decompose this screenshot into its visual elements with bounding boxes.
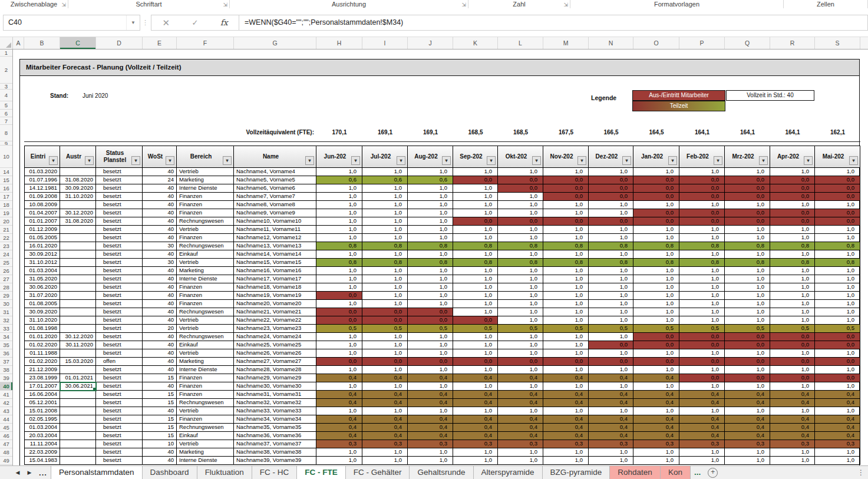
dialog-launcher-icon[interactable]: ⇲ [461, 2, 466, 8]
value-cell[interactable]: 1,0 [362, 250, 408, 259]
cell-bereich[interactable]: Finanzen [177, 300, 234, 308]
value-cell[interactable]: 1,0 [408, 457, 453, 465]
value-cell[interactable]: 0,0 [589, 184, 633, 193]
value-cell[interactable]: 0,4 [316, 415, 362, 424]
cell-eintritt[interactable]: 30.09.2020 [24, 308, 60, 316]
value-cell[interactable]: 1,0 [770, 316, 815, 325]
value-cell[interactable]: 0,8 [815, 259, 860, 267]
value-cell[interactable]: 0,3 [589, 440, 633, 448]
cell-name[interactable]: Nachname30, Vorname30 [234, 382, 316, 391]
column-filter-button[interactable]: ▾ [166, 156, 174, 165]
value-cell[interactable]: 0,0 [589, 341, 633, 349]
value-cell[interactable]: 0,4 [453, 391, 498, 399]
value-cell[interactable]: 0,0 [362, 308, 408, 316]
value-cell[interactable]: 0,4 [815, 415, 860, 424]
value-cell[interactable]: 1,0 [725, 349, 770, 358]
value-cell[interactable]: 1,0 [725, 316, 770, 325]
insert-function-icon[interactable]: fx [210, 15, 239, 30]
value-cell[interactable]: 1,0 [362, 382, 408, 391]
value-cell[interactable]: 1,0 [453, 300, 498, 308]
value-cell[interactable]: 0,8 [316, 242, 362, 250]
value-cell[interactable]: 1,0 [453, 308, 498, 316]
value-cell[interactable]: 1,0 [453, 193, 498, 201]
cell-eintritt[interactable]: 31.10.2020 [24, 316, 60, 325]
value-cell[interactable]: 1,0 [725, 457, 770, 465]
value-cell[interactable]: 0,0 [633, 217, 679, 226]
value-cell[interactable]: 1,0 [498, 407, 543, 415]
cell-austritt[interactable] [60, 415, 96, 424]
row-header-35[interactable]: 35 [0, 341, 12, 349]
value-cell[interactable]: 0,4 [815, 424, 860, 432]
cell-wost[interactable]: 40 [143, 407, 177, 415]
value-cell[interactable]: 0,0 [316, 358, 362, 366]
cell-wost[interactable]: 40 [143, 333, 177, 341]
cell-name[interactable]: Nachname23, Vorname23 [234, 325, 316, 333]
value-cell[interactable]: 1,0 [770, 168, 815, 176]
value-cell[interactable]: 1,0 [453, 341, 498, 349]
value-cell[interactable]: 1,0 [362, 448, 408, 457]
value-cell[interactable]: 1,0 [725, 382, 770, 391]
row-header-45[interactable]: 45 [0, 424, 12, 432]
value-cell[interactable]: 1,0 [679, 349, 725, 358]
value-cell[interactable]: 0,0 [453, 176, 498, 184]
value-cell[interactable]: 0,4 [408, 374, 453, 382]
value-cell[interactable]: 0,0 [453, 217, 498, 226]
cell-status[interactable]: besetzt [96, 168, 143, 176]
value-cell[interactable]: 1,0 [316, 184, 362, 193]
value-cell[interactable]: 1,0 [770, 349, 815, 358]
value-cell[interactable]: 1,0 [815, 308, 860, 316]
formula-bar-drag-handle[interactable]: ⋮ [140, 19, 151, 27]
value-cell[interactable]: 1,0 [408, 275, 453, 283]
value-cell[interactable]: 1,0 [316, 193, 362, 201]
value-cell[interactable]: 0,0 [679, 209, 725, 217]
value-cell[interactable]: 0,4 [589, 374, 633, 382]
row-header-27[interactable]: 27 [0, 275, 12, 283]
month-header-cell[interactable]: Mrz-202▾ [725, 146, 770, 168]
value-cell[interactable]: 0,6 [362, 176, 408, 184]
cell-austritt[interactable] [60, 283, 96, 292]
cell-name[interactable]: Nachname11, Vorname11 [234, 226, 316, 234]
value-cell[interactable]: 0,4 [679, 391, 725, 399]
cell-eintritt[interactable]: 05.12.2001 [24, 399, 60, 407]
cell-austritt[interactable] [60, 432, 96, 440]
value-cell[interactable]: 0,5 [453, 325, 498, 333]
row-header-10[interactable]: 10 [0, 146, 12, 168]
cell-austritt[interactable]: 30.06.2021 [60, 382, 96, 391]
cell-status[interactable]: besetzt [96, 201, 143, 209]
cell-name[interactable]: Nachname31, Vorname31 [234, 391, 316, 399]
cell-wost[interactable]: 40 [143, 168, 177, 176]
value-cell[interactable]: 1,0 [589, 226, 633, 234]
value-cell[interactable]: 1,0 [543, 267, 589, 275]
cell-name[interactable]: Nachname18, Vorname18 [234, 283, 316, 292]
cell-status[interactable]: besetzt [96, 341, 143, 349]
value-cell[interactable]: 0,0 [815, 341, 860, 349]
value-cell[interactable]: 0,0 [543, 358, 589, 366]
cell-status[interactable]: besetzt [96, 333, 143, 341]
value-cell[interactable]: 1,0 [498, 234, 543, 242]
sheet-tab-rohdaten[interactable]: Rohdaten [610, 466, 661, 479]
value-cell[interactable]: 1,0 [543, 382, 589, 391]
cell-name[interactable]: Nachname28, Vorname28 [234, 366, 316, 374]
cell-name[interactable]: Nachname24, Vorname24 [234, 333, 316, 341]
cell-eintritt[interactable]: 01.03.2004 [24, 424, 60, 432]
value-cell[interactable]: 1,0 [408, 168, 453, 176]
cell-eintritt[interactable]: 01.01.2007 [24, 217, 60, 226]
cell-eintritt[interactable]: 11.11.2004 [24, 440, 60, 448]
value-cell[interactable]: 0,0 [725, 176, 770, 184]
header-cell[interactable]: Austr▾ [60, 146, 96, 168]
value-cell[interactable]: 0,0 [633, 358, 679, 366]
cell-eintritt[interactable]: 01.01.2020 [24, 333, 60, 341]
value-cell[interactable]: 1,0 [633, 234, 679, 242]
sheet-tab-dashboard[interactable]: Dashboard [143, 466, 197, 479]
value-cell[interactable]: 0,4 [589, 399, 633, 407]
value-cell[interactable]: 0,5 [679, 325, 725, 333]
value-cell[interactable]: 1,0 [316, 275, 362, 283]
cell-bereich[interactable]: Rechnungswesen [177, 242, 234, 250]
value-cell[interactable]: 0,0 [633, 333, 679, 341]
value-cell[interactable]: 0,0 [316, 292, 362, 300]
value-cell[interactable]: 0,8 [543, 242, 589, 250]
cell-wost[interactable]: 40 [143, 201, 177, 209]
cell-status[interactable]: besetzt [96, 184, 143, 193]
value-cell[interactable]: 1,0 [589, 267, 633, 275]
value-cell[interactable]: 1,0 [498, 349, 543, 358]
